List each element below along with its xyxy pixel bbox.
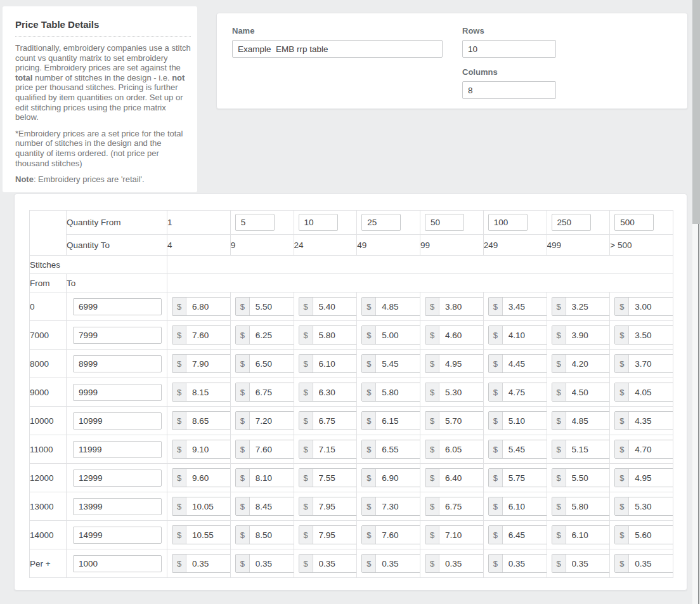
- price-input[interactable]: [250, 469, 294, 487]
- stitch-to-input[interactable]: [73, 298, 162, 315]
- price-input[interactable]: [439, 298, 483, 315]
- price-input[interactable]: [250, 497, 294, 515]
- price-input[interactable]: [503, 298, 547, 315]
- price-input[interactable]: [566, 555, 610, 572]
- price-input[interactable]: [629, 497, 673, 515]
- price-input[interactable]: [250, 440, 294, 458]
- price-input[interactable]: [566, 526, 610, 544]
- price-input[interactable]: [629, 326, 673, 344]
- price-input[interactable]: [376, 383, 420, 401]
- price-input[interactable]: [313, 555, 357, 572]
- price-input[interactable]: [503, 355, 547, 372]
- price-input[interactable]: [503, 383, 547, 401]
- price-input[interactable]: [503, 326, 547, 344]
- price-input[interactable]: [566, 326, 610, 344]
- price-input[interactable]: [629, 412, 673, 430]
- quantity-from-input[interactable]: [361, 214, 401, 231]
- price-input[interactable]: [503, 555, 547, 572]
- price-input[interactable]: [503, 497, 547, 515]
- price-input[interactable]: [186, 526, 230, 544]
- price-input[interactable]: [629, 469, 673, 487]
- stitch-to-input[interactable]: [73, 441, 162, 458]
- price-input[interactable]: [313, 526, 357, 544]
- price-input[interactable]: [503, 526, 547, 544]
- price-input[interactable]: [629, 383, 673, 401]
- price-input[interactable]: [376, 469, 420, 487]
- price-input[interactable]: [439, 497, 483, 515]
- price-input[interactable]: [376, 326, 420, 344]
- price-input[interactable]: [186, 298, 230, 315]
- stitch-to-input[interactable]: [73, 498, 162, 515]
- price-input[interactable]: [629, 555, 673, 572]
- price-input[interactable]: [503, 469, 547, 487]
- price-input[interactable]: [629, 298, 673, 315]
- price-input[interactable]: [313, 355, 357, 372]
- price-input[interactable]: [376, 355, 420, 372]
- stitch-to-input[interactable]: [73, 412, 162, 430]
- quantity-from-input[interactable]: [488, 214, 528, 231]
- price-input[interactable]: [629, 440, 673, 458]
- stitch-to-input[interactable]: [73, 384, 162, 401]
- price-input[interactable]: [186, 440, 230, 458]
- price-input[interactable]: [186, 412, 230, 430]
- price-input[interactable]: [313, 440, 357, 458]
- price-input[interactable]: [566, 469, 610, 487]
- quantity-from-input[interactable]: [425, 214, 464, 231]
- price-input[interactable]: [186, 469, 230, 487]
- price-input[interactable]: [313, 326, 357, 344]
- price-input[interactable]: [313, 298, 357, 315]
- per-additional-input[interactable]: [73, 555, 162, 572]
- columns-input[interactable]: [462, 81, 556, 99]
- price-input[interactable]: [376, 412, 420, 430]
- price-input[interactable]: [629, 355, 673, 372]
- price-input[interactable]: [250, 555, 294, 572]
- price-input[interactable]: [566, 355, 610, 372]
- stitch-to-input[interactable]: [73, 327, 162, 344]
- price-input[interactable]: [503, 440, 547, 458]
- price-input[interactable]: [566, 440, 610, 458]
- price-input[interactable]: [439, 412, 483, 430]
- price-input[interactable]: [566, 298, 610, 315]
- rows-input[interactable]: [462, 40, 556, 58]
- price-input[interactable]: [376, 298, 420, 315]
- price-input[interactable]: [250, 326, 294, 344]
- price-input[interactable]: [250, 383, 294, 401]
- stitch-to-input[interactable]: [73, 469, 162, 487]
- price-input[interactable]: [250, 355, 294, 372]
- price-input[interactable]: [566, 412, 610, 430]
- price-input[interactable]: [376, 497, 420, 515]
- quantity-from-input[interactable]: [235, 214, 275, 231]
- price-input[interactable]: [439, 469, 483, 487]
- price-input[interactable]: [186, 383, 230, 401]
- quantity-from-input[interactable]: [299, 214, 338, 231]
- price-input[interactable]: [439, 555, 483, 572]
- price-input[interactable]: [439, 440, 483, 458]
- price-input[interactable]: [629, 526, 673, 544]
- price-input[interactable]: [439, 526, 483, 544]
- stitch-to-input[interactable]: [73, 355, 162, 372]
- price-input[interactable]: [503, 412, 547, 430]
- vertical-scrollbar[interactable]: [692, 0, 700, 604]
- price-input[interactable]: [439, 326, 483, 344]
- price-input[interactable]: [250, 526, 294, 544]
- price-input[interactable]: [566, 383, 610, 401]
- price-input[interactable]: [376, 440, 420, 458]
- quantity-from-input[interactable]: [614, 214, 654, 231]
- price-input[interactable]: [186, 355, 230, 372]
- scrollbar-thumb[interactable]: [692, 0, 700, 224]
- name-input[interactable]: [232, 40, 443, 58]
- quantity-from-input[interactable]: [552, 214, 591, 231]
- price-input[interactable]: [566, 497, 610, 515]
- price-input[interactable]: [250, 298, 294, 315]
- price-input[interactable]: [186, 497, 230, 515]
- price-input[interactable]: [439, 355, 483, 372]
- price-input[interactable]: [439, 383, 483, 401]
- price-input[interactable]: [186, 326, 230, 344]
- price-input[interactable]: [313, 383, 357, 401]
- price-input[interactable]: [313, 412, 357, 430]
- price-input[interactable]: [313, 469, 357, 487]
- price-input[interactable]: [376, 526, 420, 544]
- stitch-to-input[interactable]: [73, 527, 162, 544]
- price-input[interactable]: [376, 555, 420, 572]
- price-input[interactable]: [250, 412, 294, 430]
